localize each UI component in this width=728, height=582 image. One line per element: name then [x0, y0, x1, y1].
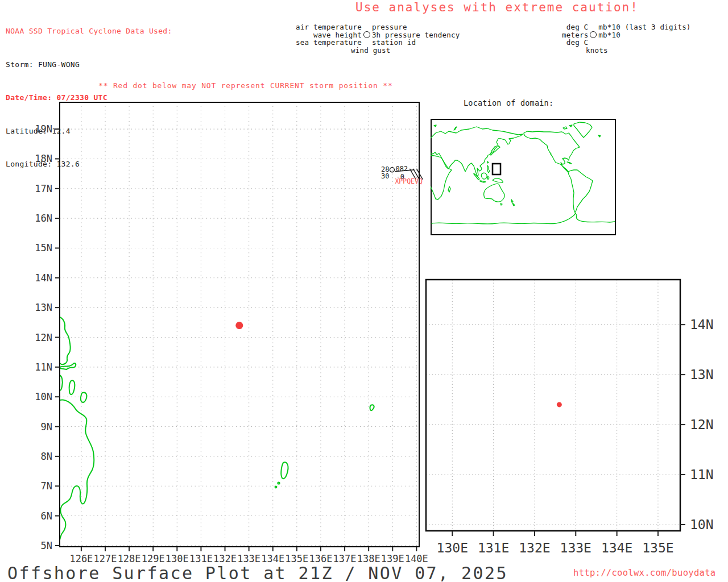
station-circle-icon [363, 31, 370, 38]
legend-pressure: pressure [372, 23, 460, 31]
source-url: http://coolwx.com/buoydata [573, 568, 715, 578]
lon-axis-label: 127E [94, 553, 117, 564]
lat-axis-label: 5N [41, 540, 52, 551]
unit-sea-temperature: deg C [562, 39, 588, 47]
lon-axis-label: 134E [601, 541, 632, 555]
legend-air-temperature: air temperature [296, 23, 362, 31]
domain-map-title: Location of domain: [464, 98, 553, 107]
world-map-border [431, 119, 615, 235]
lon-axis-label: 135E [642, 541, 673, 555]
main-map-overlay: 2808230-0XPPQEVQ [235, 165, 423, 329]
legend-sea-temperature: sea temperature [296, 39, 362, 47]
lon-axis-label: 132E [213, 553, 237, 564]
coastline-cuba [567, 162, 572, 164]
main-map-coastlines [60, 317, 374, 540]
coastline-arctic-islands [563, 125, 572, 129]
lat-axis-label: 6N [41, 510, 52, 522]
lon-axis-label: 138E [357, 553, 380, 564]
coastline-africa [431, 155, 452, 199]
coastline-taiwan [487, 161, 489, 163]
coastline-americas [524, 131, 593, 213]
station-legend-units: deg C mb*10 (last 3 digits) meters mb*10… [562, 23, 691, 54]
coastline-greenland [574, 122, 592, 138]
caution-headline: Use analyses with extreme caution! [355, 1, 639, 14]
coastline-new-zealand [511, 199, 515, 206]
lon-axis-label: 128E [118, 553, 141, 564]
legend-station-id: station id [372, 39, 460, 47]
lon-axis-label: 137E [333, 553, 357, 564]
coastline-antarctica [432, 213, 615, 224]
lat-axis-label: 18N [35, 153, 52, 164]
lat-axis-label: 10N [35, 391, 52, 402]
lat-axis-label: 17N [35, 183, 52, 194]
lon-axis-label: 133E [237, 553, 260, 564]
lon-axis-label: 132E [519, 541, 550, 555]
lon-axis-label: 130E [166, 553, 189, 564]
lat-axis-label: 16N [35, 213, 52, 224]
legend-pressure-tendency: 3h pressure tendency [372, 31, 460, 39]
inset-map-border [426, 280, 680, 531]
legend-wind-gust: wind gust [296, 47, 460, 55]
station-id-label: XPPQEVQ [395, 177, 423, 185]
legend-wave-height: wave height [296, 31, 362, 39]
coastline-new-guinea [493, 178, 503, 182]
lat-axis-label: 12N [35, 332, 52, 343]
coastline-madagascar [448, 186, 450, 192]
coastline-java [480, 181, 486, 182]
lon-axis-label: 139E [381, 553, 404, 564]
lat-axis-label: 14N [690, 317, 714, 332]
lon-axis-label: 133E [560, 541, 592, 555]
tc-data-source-line: NOAA SSD Tropical Cyclone Data Used: [6, 26, 172, 37]
main-map-axes: 19N18N17N16N15N14N13N12N11N10N9N8N7N6N5N… [35, 102, 428, 564]
coastline-palau-islet [275, 487, 277, 488]
lon-axis-label: 136E [309, 553, 332, 564]
lon-axis-label: 131E [189, 553, 213, 564]
lon-axis-label: 134E [261, 553, 284, 564]
unit-pressure: mb*10 (last 3 digits) [598, 23, 690, 31]
plot-title: Offshore Surface Plot at 21Z / NOV 07, 2… [7, 563, 508, 582]
lon-axis-label: 130E [437, 541, 468, 555]
lat-axis-label: 11N [690, 467, 714, 482]
lat-axis-label: 9N [41, 421, 52, 433]
coastline-yap [370, 405, 374, 410]
coastline-samar [60, 317, 71, 364]
lon-axis-label: 129E [142, 553, 165, 564]
offshore-surface-plot-page: { "header": { "storm_info": { "line1": "… [0, 0, 728, 582]
lat-axis-label: 13N [690, 367, 714, 382]
lat-axis-label: 7N [41, 480, 52, 492]
unit-air-temperature: deg C [562, 23, 588, 31]
coastline-philippines [487, 165, 490, 173]
red-dot-warning: ** Red dot below may NOT represent CURRE… [98, 81, 393, 90]
lon-axis-label: 131E [478, 541, 509, 555]
inset-map: 14N13N12N11N10N130E131E132E133E134E135E [421, 275, 728, 559]
lat-axis-label: 15N [35, 242, 52, 253]
unit-pressure-tendency: mb*10 [598, 31, 690, 39]
storm-position-dot [235, 322, 243, 329]
lat-axis-label: 8N [41, 451, 52, 462]
lon-axis-label: 126E [69, 553, 93, 564]
domain-box-marker [493, 164, 500, 174]
coastline-palau [281, 462, 288, 479]
coastline-novaya-zemlya [454, 127, 457, 130]
coastline-leyte [69, 380, 75, 394]
world-coastlines [431, 122, 615, 224]
lat-axis-label: 12N [690, 417, 714, 432]
main-map: 2808230-0XPPQEVQ 19N18N17N16N15N14N13N12… [34, 98, 432, 569]
unit-station-id [598, 39, 690, 47]
coastline-bohol [81, 393, 87, 402]
coastline-australia [484, 184, 505, 202]
station-circle-icon [590, 31, 597, 38]
lat-axis-label: 14N [35, 272, 52, 284]
coastline-japan [490, 146, 500, 155]
storm-position-dot [557, 402, 562, 407]
coastline-borneo [481, 173, 487, 179]
coastline-svalbard [434, 125, 436, 127]
coastline-eurasia [431, 127, 523, 176]
coastline-palau-islet [278, 482, 279, 484]
station-circle-icon [390, 168, 394, 172]
storm-name-line: Storm: FUNG-WONG [6, 59, 172, 70]
lat-axis-label: 10N [690, 517, 714, 532]
coastline-iceland [598, 135, 601, 137]
coastline-mindanao [60, 400, 94, 540]
station-legend-variables: air temperature pressure wave height 3h … [296, 23, 460, 54]
